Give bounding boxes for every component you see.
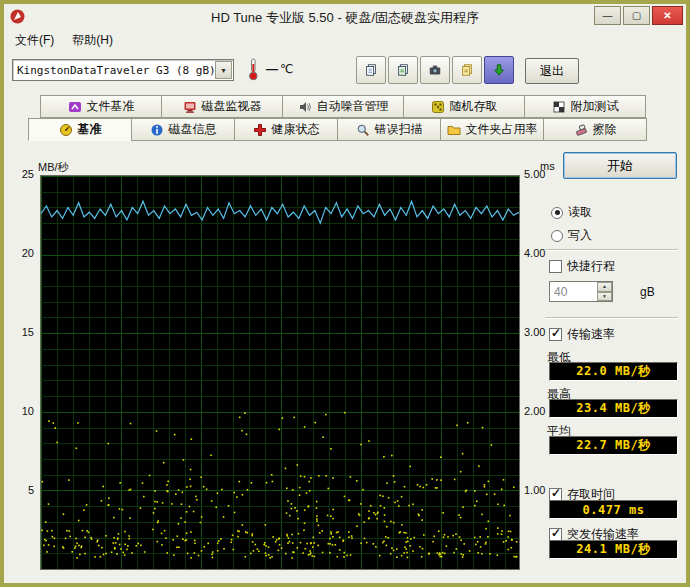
tabs-bottom-row: 基准 磁盘信息 健康状态 错误扫描 文件夹占用率 bbox=[28, 118, 647, 141]
spinner-buttons: ▲ ▼ bbox=[597, 282, 612, 301]
burst-rate-value: 24.1 MB/秒 bbox=[549, 540, 678, 559]
tab-label: 文件夹占用率 bbox=[466, 121, 538, 138]
tab-error-scan[interactable]: 错误扫描 bbox=[337, 118, 441, 141]
short-stroke-capacity-stepper[interactable]: ▲ ▼ bbox=[549, 281, 613, 302]
tab-folder-usage[interactable]: 文件夹占用率 bbox=[440, 118, 544, 141]
camera-icon bbox=[428, 63, 442, 77]
tab-health[interactable]: 健康状态 bbox=[234, 118, 338, 141]
read-radio-label: 读取 bbox=[568, 204, 592, 221]
minimize-button[interactable]: — bbox=[594, 6, 621, 25]
exit-button[interactable]: 退出 bbox=[525, 58, 579, 84]
tab-file-benchmark[interactable]: 文件基准 bbox=[40, 95, 162, 118]
extra-tests-icon bbox=[552, 100, 566, 114]
capacity-unit-label: gB bbox=[640, 285, 655, 299]
copy-image-icon bbox=[396, 63, 410, 77]
tab-label: 磁盘信息 bbox=[169, 121, 217, 138]
menubar: 文件(F) 帮助(H) bbox=[6, 30, 684, 51]
transfer-rate-label: 传输速率 bbox=[567, 326, 615, 343]
min-value: 22.0 MB/秒 bbox=[549, 362, 678, 381]
titlebar: HD Tune 专业版 5.50 - 硬盘/固态硬盘实用程序 — ▢ ✕ bbox=[4, 4, 686, 30]
y-tick-left: 20 bbox=[6, 247, 34, 259]
green-down-arrow-icon bbox=[492, 63, 506, 77]
chevron-down-icon[interactable]: ▼ bbox=[215, 61, 232, 79]
tab-label: 健康状态 bbox=[272, 121, 320, 138]
window-title: HD Tune 专业版 5.50 - 硬盘/固态硬盘实用程序 bbox=[4, 9, 686, 27]
disk-info-icon bbox=[150, 123, 164, 137]
benchmark-chart-canvas bbox=[41, 176, 519, 569]
tab-erase[interactable]: 擦除 bbox=[543, 118, 647, 141]
screenshot-button[interactable] bbox=[420, 56, 450, 84]
speaker-icon bbox=[298, 100, 312, 114]
checkbox-box bbox=[549, 328, 562, 341]
copy-image-button[interactable] bbox=[388, 56, 418, 84]
y-tick-left: 10 bbox=[6, 405, 34, 417]
tab-label: 自动噪音管理 bbox=[317, 98, 389, 115]
tab-label: 附加测试 bbox=[571, 98, 619, 115]
transfer-rate-checkbox[interactable]: 传输速率 bbox=[549, 326, 615, 343]
tab-disk-monitor[interactable]: 磁盘监视器 bbox=[161, 95, 283, 118]
toolbar: KingstonDataTraveler G3 (8 gB) ▼ — ℃ bbox=[4, 52, 686, 90]
drive-select[interactable]: KingstonDataTraveler G3 (8 gB) ▼ bbox=[12, 59, 234, 81]
tab-label: 随机存取 bbox=[450, 98, 498, 115]
tab-label: 文件基准 bbox=[87, 98, 135, 115]
thermometer-icon bbox=[248, 57, 259, 84]
menu-help[interactable]: 帮助(H) bbox=[63, 29, 122, 52]
drive-select-value: KingstonDataTraveler G3 (8 gB) bbox=[13, 64, 215, 77]
tab-label: 错误扫描 bbox=[375, 121, 423, 138]
separator bbox=[545, 317, 678, 319]
random-access-icon bbox=[431, 100, 445, 114]
window-controls: — ▢ ✕ bbox=[594, 6, 683, 25]
short-stroke-label: 快捷行程 bbox=[567, 258, 615, 275]
erase-icon bbox=[574, 123, 588, 137]
y-tick-left: 25 bbox=[6, 168, 34, 180]
error-scan-icon bbox=[356, 123, 370, 137]
folder-usage-icon bbox=[447, 123, 461, 137]
radio-dot bbox=[551, 230, 563, 242]
save-results-button[interactable] bbox=[452, 56, 482, 84]
max-value: 23.4 MB/秒 bbox=[549, 399, 678, 418]
checkbox-box bbox=[549, 260, 562, 273]
start-button[interactable]: 开始 bbox=[563, 152, 677, 179]
separator bbox=[545, 249, 678, 251]
write-radio[interactable]: 写入 bbox=[551, 227, 592, 244]
y-tick-left: 5 bbox=[6, 484, 34, 496]
write-radio-label: 写入 bbox=[568, 227, 592, 244]
access-time-value: 0.477 ms bbox=[549, 500, 678, 519]
benchmark-icon bbox=[59, 123, 73, 137]
tab-extra-tests[interactable]: 附加测试 bbox=[524, 95, 646, 118]
copy-pages-icon bbox=[364, 63, 378, 77]
tab-aam[interactable]: 自动噪音管理 bbox=[282, 95, 404, 118]
benchmark-chart bbox=[40, 175, 520, 570]
file-benchmark-icon bbox=[68, 100, 82, 114]
short-stroke-checkbox[interactable]: 快捷行程 bbox=[549, 258, 615, 275]
copy-to-clipboard-button[interactable] bbox=[356, 56, 386, 84]
health-status-icon bbox=[253, 123, 267, 137]
maximize-button[interactable]: ▢ bbox=[623, 6, 650, 25]
temperature-value: — bbox=[266, 62, 278, 76]
capacity-input[interactable] bbox=[550, 282, 597, 301]
spin-down-button[interactable]: ▼ bbox=[597, 292, 612, 302]
avg-value: 22.7 MB/秒 bbox=[549, 436, 678, 455]
temperature-unit: ℃ bbox=[280, 62, 293, 76]
tab-label: 擦除 bbox=[593, 121, 617, 138]
menu-file[interactable]: 文件(F) bbox=[6, 29, 63, 52]
close-button[interactable]: ✕ bbox=[652, 6, 683, 25]
left-axis-label: MB/秒 bbox=[38, 160, 69, 175]
capture-toggle-button[interactable] bbox=[484, 56, 514, 84]
tab-label: 磁盘监视器 bbox=[202, 98, 262, 115]
tabs-top-row: 文件基准 磁盘监视器 自动噪音管理 随机存取 附加测试 bbox=[40, 95, 646, 118]
tab-benchmark[interactable]: 基准 bbox=[28, 118, 132, 141]
y-tick-right: 5.00 bbox=[524, 168, 558, 180]
tab-label: 基准 bbox=[78, 121, 102, 138]
y-tick-left: 15 bbox=[6, 326, 34, 338]
tab-disk-info[interactable]: 磁盘信息 bbox=[131, 118, 235, 141]
read-radio[interactable]: 读取 bbox=[551, 204, 592, 221]
tab-random-access[interactable]: 随机存取 bbox=[403, 95, 525, 118]
radio-dot bbox=[551, 207, 563, 219]
save-pages-icon bbox=[460, 63, 474, 77]
disk-monitor-icon bbox=[183, 100, 197, 114]
spin-up-button[interactable]: ▲ bbox=[597, 282, 612, 292]
hd-tune-window: HD Tune 专业版 5.50 - 硬盘/固态硬盘实用程序 — ▢ ✕ 文件(… bbox=[0, 0, 690, 587]
